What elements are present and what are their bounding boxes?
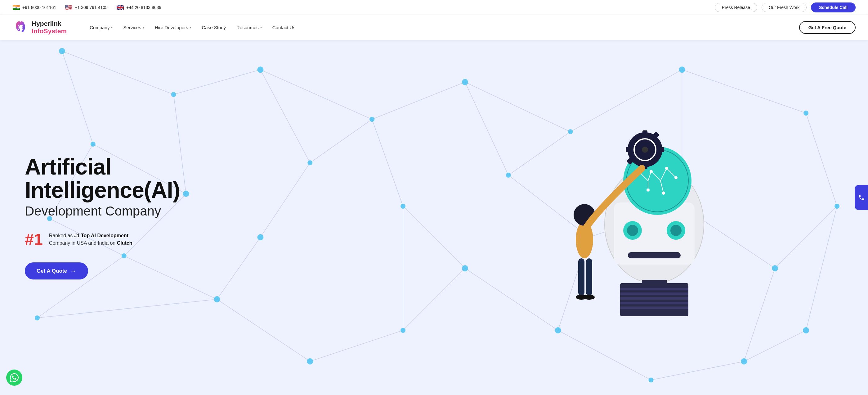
logo-hyperlink-text: Hyperlink <box>32 20 67 27</box>
svg-point-104 <box>647 189 650 192</box>
svg-point-45 <box>171 92 176 97</box>
svg-rect-118 <box>578 258 585 295</box>
phone-usa[interactable]: 🇺🇸 +1 309 791 4105 <box>65 4 107 11</box>
svg-point-47 <box>370 117 374 122</box>
hero-title: Artificial Intelligence(AI) Development … <box>25 155 180 219</box>
svg-rect-108 <box>643 131 647 136</box>
usa-phone-number: +1 309 791 4105 <box>75 5 107 10</box>
svg-point-78 <box>671 225 682 236</box>
svg-point-101 <box>650 170 653 173</box>
press-release-button[interactable]: Press Release <box>715 3 757 12</box>
chevron-down-icon: ▾ <box>260 26 262 29</box>
chevron-down-icon: ▾ <box>143 26 144 29</box>
arrow-icon: → <box>70 267 76 275</box>
svg-point-103 <box>675 176 678 179</box>
rank-number: #1 <box>25 230 43 249</box>
svg-rect-88 <box>620 297 688 300</box>
top-bar-actions: Press Release Our Fresh Work Schedule Ca… <box>715 2 856 12</box>
svg-rect-90 <box>620 307 688 309</box>
top-bar-phones: 🇮🇳 +91 8000 161161 🇺🇸 +1 309 791 4105 🇬🇧… <box>12 4 161 11</box>
hero-rank: #1 Ranked as #1 Top AI Development Compa… <box>25 230 180 249</box>
nav-item-resources[interactable]: Resources ▾ <box>232 22 266 33</box>
svg-point-57 <box>257 234 264 241</box>
hero-title-line1: Artificial Intelligence(AI) <box>25 155 180 202</box>
svg-rect-119 <box>586 258 592 295</box>
uk-flag-icon: 🇬🇧 <box>116 4 124 11</box>
hero-content: Artificial Intelligence(AI) Development … <box>0 137 198 299</box>
svg-point-44 <box>59 48 65 54</box>
logo-text: Hyperlink InfoSystem <box>32 20 67 35</box>
fresh-work-button[interactable]: Our Fresh Work <box>762 3 807 12</box>
hero-cta: Get A Quote → <box>25 262 180 280</box>
svg-point-55 <box>214 296 220 303</box>
nav-company-label: Company <box>90 25 110 30</box>
svg-point-66 <box>307 358 313 365</box>
logo-icon <box>12 19 29 35</box>
get-quote-label: Get A Quote <box>37 268 67 274</box>
phone-uk[interactable]: 🇬🇧 +44 20 8133 8639 <box>116 4 161 11</box>
nav-item-company[interactable]: Company ▾ <box>85 22 117 33</box>
india-flag-icon: 🇮🇳 <box>12 4 20 11</box>
navbar: Hyperlink InfoSystem Company ▾ Services … <box>0 15 868 40</box>
phone-india[interactable]: 🇮🇳 +91 8000 161161 <box>12 4 56 11</box>
phone-icon <box>858 194 865 201</box>
usa-flag-icon: 🇺🇸 <box>65 4 72 11</box>
chevron-down-icon: ▾ <box>190 26 191 29</box>
svg-point-46 <box>257 66 264 73</box>
ai-robot-illustration <box>536 119 722 316</box>
rank-desc-text1: Ranked as <box>49 233 74 238</box>
side-chat-button[interactable] <box>855 185 868 210</box>
nav-resources-label: Resources <box>237 25 259 30</box>
svg-rect-87 <box>620 292 688 295</box>
rank-desc-text2: Company in USA and India on <box>49 241 117 246</box>
svg-point-115 <box>642 147 648 153</box>
free-quote-button[interactable]: Get A Free Quote <box>799 21 856 34</box>
rank-desc-clutch: Clutch <box>117 241 132 246</box>
nav-case-study-label: Case Study <box>202 25 226 30</box>
top-bar: 🇮🇳 +91 8000 161161 🇺🇸 +1 309 791 4105 🇬🇧… <box>0 0 868 15</box>
whatsapp-icon <box>10 373 19 382</box>
schedule-call-button[interactable]: Schedule Call <box>811 2 856 12</box>
nav-services-label: Services <box>123 25 141 30</box>
hero-illustration <box>391 40 868 395</box>
get-quote-button[interactable]: Get A Quote → <box>25 262 88 280</box>
svg-point-56 <box>307 160 312 165</box>
svg-point-121 <box>584 295 595 300</box>
nav-hire-label: Hire Developers <box>155 25 188 30</box>
svg-point-105 <box>662 192 665 195</box>
logo-infosystem-text: InfoSystem <box>32 27 67 35</box>
nav-item-contact[interactable]: Contact Us <box>268 22 300 33</box>
rank-desc-bold: #1 Top AI Development <box>74 233 128 238</box>
rank-description: Ranked as #1 Top AI Development Company … <box>49 232 132 247</box>
svg-rect-110 <box>659 147 664 152</box>
hero-title-line3: Development Company <box>25 203 180 219</box>
nav-item-hire-developers[interactable]: Hire Developers ▾ <box>151 22 196 33</box>
uk-phone-number: +44 20 8133 8639 <box>126 5 161 10</box>
svg-rect-111 <box>626 147 631 152</box>
nav-item-services[interactable]: Services ▾ <box>119 22 149 33</box>
svg-point-71 <box>35 315 40 320</box>
nav-item-case-study[interactable]: Case Study <box>197 22 230 33</box>
svg-rect-89 <box>620 302 688 304</box>
logo[interactable]: Hyperlink InfoSystem <box>12 19 67 35</box>
svg-point-102 <box>665 167 668 170</box>
nav-links: Company ▾ Services ▾ Hire Developers ▾ C… <box>85 21 856 34</box>
whatsapp-button[interactable] <box>6 370 22 386</box>
nav-contact-label: Contact Us <box>272 25 295 30</box>
chevron-down-icon: ▾ <box>111 26 113 29</box>
hero-section: Artificial Intelligence(AI) Development … <box>0 40 868 395</box>
svg-rect-79 <box>628 252 681 258</box>
svg-point-77 <box>627 225 638 236</box>
svg-rect-86 <box>620 288 688 290</box>
india-phone-number: +91 8000 161161 <box>22 5 56 10</box>
